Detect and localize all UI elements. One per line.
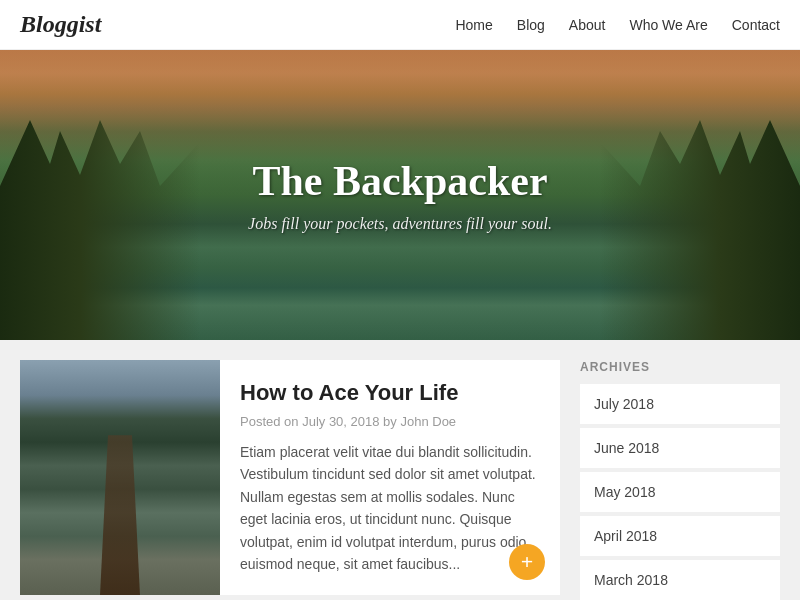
hero-title: The Backpacker (248, 157, 552, 205)
nav-item-who-we-are[interactable]: Who We Are (629, 17, 707, 33)
logo[interactable]: Bloggist (20, 11, 101, 38)
nav-item-home[interactable]: Home (455, 17, 492, 33)
archive-item-2[interactable]: May 2018 (580, 472, 780, 512)
post-card-0: How to Ace Your LifePosted on July 30, 2… (20, 360, 560, 595)
nav: HomeBlogAboutWho We AreContact (455, 17, 780, 33)
hero-section: The Backpacker Jobs fill your pockets, a… (0, 50, 800, 340)
header: Bloggist HomeBlogAboutWho We AreContact (0, 0, 800, 50)
post-title-0[interactable]: How to Ace Your Life (240, 380, 540, 406)
post-image-bg-0 (20, 360, 220, 595)
nav-item-about[interactable]: About (569, 17, 606, 33)
post-image-0 (20, 360, 220, 595)
archive-item-1[interactable]: June 2018 (580, 428, 780, 468)
sidebar: ARCHIVES July 2018June 2018May 2018April… (580, 360, 780, 600)
archive-item-4[interactable]: March 2018 (580, 560, 780, 600)
main-content: How to Ace Your LifePosted on July 30, 2… (0, 340, 800, 600)
nav-item-contact[interactable]: Contact (732, 17, 780, 33)
archive-list: July 2018June 2018May 2018April 2018Marc… (580, 384, 780, 600)
archive-item-0[interactable]: July 2018 (580, 384, 780, 424)
archives-title: ARCHIVES (580, 360, 780, 374)
post-excerpt-0: Etiam placerat velit vitae dui blandit s… (240, 441, 540, 575)
archive-item-3[interactable]: April 2018 (580, 516, 780, 556)
post-meta-0: Posted on July 30, 2018 by John Doe (240, 414, 540, 429)
posts-list: How to Ace Your LifePosted on July 30, 2… (20, 360, 560, 600)
hero-content: The Backpacker Jobs fill your pockets, a… (248, 157, 552, 233)
nav-item-blog[interactable]: Blog (517, 17, 545, 33)
hero-subtitle: Jobs fill your pockets, adventures fill … (248, 215, 552, 233)
